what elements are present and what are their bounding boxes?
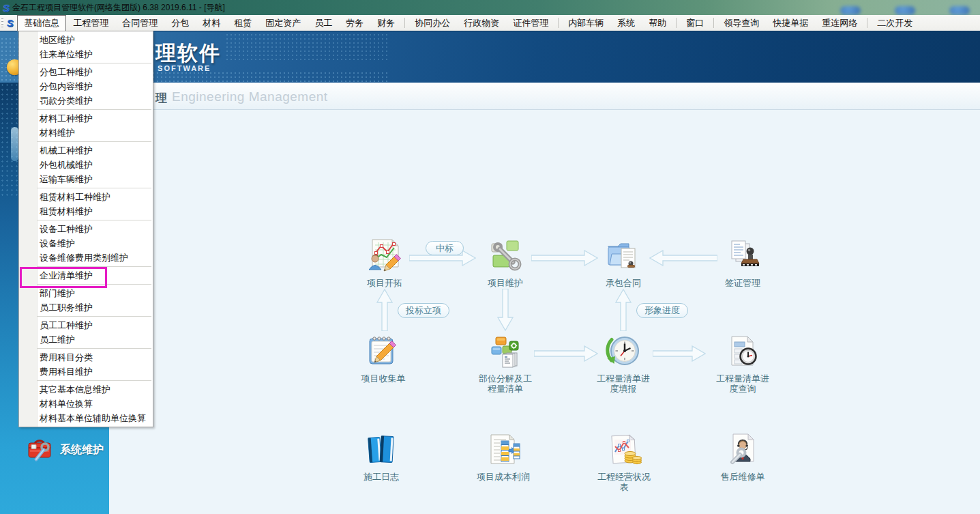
banner-dots-decoration [143, 71, 389, 82]
flow-node-jdcx[interactable]: 工程量清单进度查询 [703, 333, 782, 395]
menu-item[interactable]: 帮助 [642, 15, 673, 31]
menu-item[interactable]: 行政物资 [457, 15, 506, 31]
dropdown-separator [37, 380, 151, 381]
window-control-blob[interactable] [949, 6, 970, 15]
dropdown-item[interactable]: 企业清单维护 [19, 268, 153, 283]
dropdown-item[interactable]: 员工工种维护 [19, 318, 153, 332]
flow-node-qzgl[interactable]: 签证管理 [703, 238, 782, 288]
flow-arrow-up [615, 289, 632, 334]
dropdown-separator [37, 220, 151, 220]
stamp-docs-icon [724, 238, 761, 274]
menu-separator [867, 18, 867, 28]
menu-item[interactable]: 快捷单据 [766, 15, 815, 31]
dropdown-item[interactable]: 分包工种维护 [19, 65, 153, 79]
menu-item[interactable]: 员工 [308, 15, 339, 31]
dropdown-item[interactable]: 费用科目分类 [19, 350, 153, 365]
dropdown-item[interactable]: 员工职务维护 [19, 300, 153, 315]
dropdown-item[interactable]: 费用科目维护 [19, 365, 153, 379]
menu-item[interactable]: 合同管理 [115, 15, 164, 31]
dropdown-item[interactable]: 设备维修费用类别维护 [19, 251, 153, 265]
flow-node-cbht[interactable]: 承包合同 [584, 238, 663, 288]
menu-item[interactable]: 重连网络 [815, 15, 864, 31]
banner-dots-decoration [225, 33, 389, 60]
section-title-cn: 理 [155, 90, 167, 106]
dropdown-item[interactable]: 材料单位换算 [19, 397, 153, 411]
menu-item[interactable]: 协同办公 [408, 15, 457, 31]
flow-node-jyzk[interactable]: 工程经营状况表 [584, 431, 664, 493]
app-logo-icon: S [3, 3, 10, 13]
folder-contract-icon [605, 238, 642, 274]
menu-item[interactable]: 领导查询 [717, 15, 766, 31]
menu-item[interactable]: 二次开发 [870, 15, 919, 31]
flow-node-label: 承包合同 [584, 278, 663, 288]
menu-item[interactable]: 分包 [164, 15, 196, 31]
clock-refresh-icon [605, 333, 642, 370]
dropdown-item[interactable]: 分包内容维护 [19, 79, 153, 94]
dropdown-item[interactable]: 运输车辆维护 [19, 172, 153, 186]
blocks-wrench-icon [487, 238, 524, 274]
dropdown-menu-basic-info: 地区维护往来单位维护分包工种维护分包内容维护罚款分类维护材料工种维护材料维护机械… [18, 31, 153, 427]
menu-bar: S 基础信息工程管理合同管理分包材料租赁固定资产员工劳务财务协同办公行政物资证件… [0, 15, 980, 31]
dropdown-item[interactable]: 往来单位维护 [19, 47, 153, 61]
menu-item[interactable]: 租赁 [227, 15, 258, 31]
menu-item[interactable]: 固定资产 [258, 15, 308, 31]
doc-table-icon [485, 431, 522, 468]
window-control-blob[interactable] [895, 6, 915, 15]
menu-separator [676, 18, 677, 28]
notepad-pencil-icon [365, 333, 402, 370]
window-control-blob[interactable] [840, 6, 861, 15]
dropdown-item[interactable]: 材料工种维护 [19, 111, 153, 126]
flow-arrow-down [497, 289, 514, 334]
flow-node-sgrz[interactable]: 施工日志 [342, 431, 421, 482]
dropdown-item[interactable]: 材料维护 [19, 126, 153, 140]
blocks-list-icon [487, 333, 524, 370]
menu-item[interactable]: 内部车辆 [561, 15, 610, 31]
flow-node-xmkt[interactable]: 项目开拓 [345, 238, 424, 288]
flow-badge-xxjd: 形象进度 [636, 303, 688, 318]
flow-node-label: 项目收集单 [344, 373, 423, 384]
dropdown-item[interactable]: 部门维护 [19, 286, 153, 300]
dropdown-item[interactable]: 租赁材料工种维护 [19, 190, 153, 204]
menu-item[interactable]: 基础信息 [17, 15, 66, 31]
dropdown-item[interactable]: 外包机械维护 [19, 158, 153, 172]
flow-node-label: 项目成本利润 [464, 472, 543, 482]
sidebar-item-system-maintain[interactable]: 系统维护 [26, 436, 104, 463]
flow-node-shwx[interactable]: 售后维修单 [703, 431, 782, 482]
dropdown-item[interactable]: 设备维护 [19, 236, 153, 251]
flow-node-xmwh[interactable]: 项目维护 [466, 238, 545, 288]
dropdown-separator [37, 316, 151, 317]
menu-item[interactable]: 材料 [196, 15, 227, 31]
toolbar-grip[interactable] [1, 18, 3, 29]
flow-node-label: 部位分解及工程量清单 [466, 373, 545, 395]
dropdown-item[interactable]: 罚款分类维护 [19, 94, 153, 108]
menu-item[interactable]: 证件管理 [506, 15, 555, 31]
dropdown-item[interactable]: 机械工种维护 [19, 143, 153, 158]
menu-item[interactable]: 财务 [370, 15, 402, 31]
flow-node-label: 工程量清单进度填报 [584, 373, 663, 395]
dropdown-item[interactable]: 租赁材料维护 [19, 204, 153, 218]
title-bar: S 金石工程项目管理软件(网络集团版) 6.38 2019.6.11 - [导航… [0, 0, 980, 15]
menu-item[interactable]: 系统 [610, 15, 642, 31]
dropdown-item[interactable]: 材料基本单位辅助单位换算 [19, 411, 153, 425]
dropdown-separator [37, 63, 151, 63]
menu-items: 基础信息工程管理合同管理分包材料租赁固定资产员工劳务财务协同办公行政物资证件管理… [17, 15, 919, 31]
dropdown-separator [37, 109, 151, 110]
window-title: 金石工程项目管理软件(网络集团版) 6.38 2019.6.11 - [导航] [12, 2, 225, 14]
menu-item[interactable]: 窗口 [679, 15, 711, 31]
doc-clock-icon [724, 333, 761, 370]
sidebar-item-partial[interactable] [11, 127, 18, 161]
flow-node-xmsjd[interactable]: 项目收集单 [344, 333, 423, 384]
flow-node-label: 工程量清单进度查询 [703, 373, 782, 395]
dropdown-item[interactable]: 地区维护 [19, 33, 153, 47]
section-header: 理 Engineering Management [109, 83, 980, 110]
flow-node-jdtb[interactable]: 工程量清单进度填报 [584, 333, 663, 395]
menu-item[interactable]: 工程管理 [66, 15, 115, 31]
dropdown-item[interactable]: 设备工种维护 [19, 222, 153, 236]
menu-logo-icon: S [7, 18, 13, 28]
flow-node-bwfj[interactable]: 部位分解及工程量清单 [466, 333, 545, 395]
flow-node-xmcb[interactable]: 项目成本利润 [464, 431, 543, 482]
menu-item[interactable]: 劳务 [339, 15, 370, 31]
flow-node-label: 售后维修单 [703, 472, 782, 482]
dropdown-item[interactable]: 其它基本信息维护 [19, 382, 153, 397]
dropdown-item[interactable]: 员工维护 [19, 332, 153, 347]
